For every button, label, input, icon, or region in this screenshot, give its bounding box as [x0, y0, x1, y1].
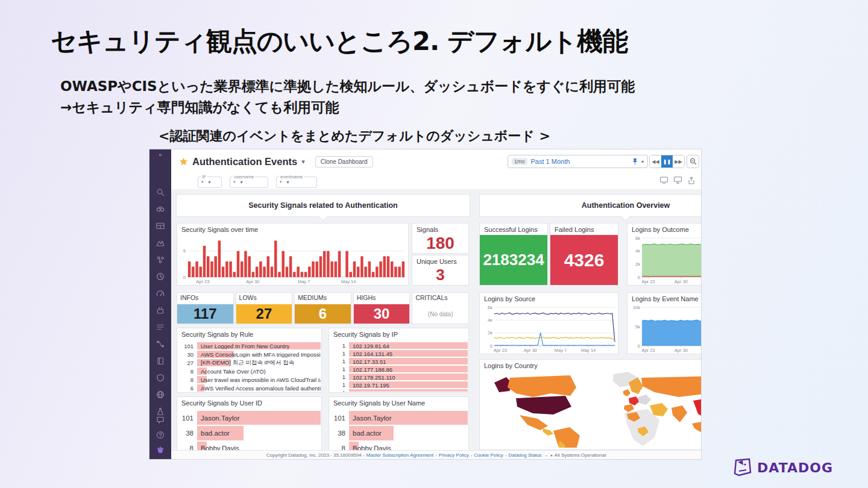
- footer-separator: -: [505, 452, 507, 458]
- security-icon[interactable]: [156, 374, 165, 382]
- svg-text:Apr 23: Apr 23: [494, 348, 507, 353]
- toplist-row[interactable]: 1102.218.11.134: [330, 389, 468, 392]
- variable-label: username: [233, 174, 255, 180]
- toplist-label: 102.218.11.134: [353, 389, 392, 392]
- svg-text:Apr 30: Apr 30: [675, 348, 688, 353]
- toplist-row[interactable]: 27[KR-DEMO] 최근 미접속 IP에서 접속: [178, 359, 321, 366]
- world-map: [480, 371, 701, 448]
- search-icon[interactable]: [156, 188, 165, 196]
- footer-link[interactable]: Privacy Policy: [439, 452, 469, 458]
- time-range-label: Past 1 Month: [531, 158, 629, 165]
- widget-title: Failed Logins: [550, 224, 618, 234]
- datadog-bits-icon[interactable]: [156, 446, 165, 454]
- footer-link[interactable]: Cookie Policy: [474, 452, 503, 458]
- labs-icon[interactable]: [156, 407, 165, 416]
- toplist-row[interactable]: 6AWS Verified Access anomalous failed au…: [178, 384, 321, 392]
- toplist-label: 102.19.71.195: [353, 381, 389, 388]
- widget-signals-count: Signals 180: [412, 223, 469, 254]
- severity-tile-LOWs: LOWs27: [236, 292, 293, 324]
- severity-label: MEDIUMs: [295, 293, 351, 304]
- toplist-label: AWS Verified Access anomalous failed aut…: [201, 385, 321, 392]
- toplist-label: bad.actor: [201, 430, 230, 437]
- zoom-out-button[interactable]: [687, 155, 699, 168]
- widget-failed-logins: Failed Logins 4326: [550, 223, 618, 286]
- watchdog-icon[interactable]: [156, 205, 165, 213]
- apm-icon[interactable]: [156, 289, 165, 298]
- footer-link[interactable]: Master Subscription Agreement: [366, 452, 434, 458]
- variable-label: eventname: [279, 174, 304, 180]
- chat-icon[interactable]: [156, 416, 165, 424]
- help-icon[interactable]: [156, 431, 165, 439]
- toplist-row[interactable]: 1102.164.131.45: [330, 350, 468, 357]
- dashboards-icon[interactable]: [156, 222, 165, 230]
- forward-button[interactable]: ▶▶: [673, 155, 684, 167]
- widget-title: Logins by Outcome: [627, 224, 701, 234]
- fullscreen-monitor-icon[interactable]: [674, 177, 682, 184]
- widget-signals-by-ip: Security Signals by IP 1102.129.81.64110…: [329, 328, 469, 393]
- datadog-brand-text: DATADOG: [757, 460, 833, 475]
- template-variable-IP[interactable]: IP*▾: [198, 177, 222, 188]
- template-variable-eventname[interactable]: eventname*▾: [276, 177, 317, 188]
- infrastructure-icon[interactable]: [156, 239, 165, 247]
- svg-text:0: 0: [638, 343, 640, 349]
- severity-value: 27: [236, 304, 292, 324]
- integrations-icon[interactable]: [156, 306, 165, 314]
- time-range-selector[interactable]: 1mo Past 1 Month ▾: [508, 155, 648, 168]
- time-range-caret-icon[interactable]: ▾: [641, 159, 644, 164]
- toplist-row[interactable]: 1102.178.251.110: [330, 374, 468, 380]
- chevron-down-icon[interactable]: ▾: [287, 180, 289, 185]
- dashboard-title-chevron-icon[interactable]: ▾: [301, 158, 305, 166]
- rewind-button[interactable]: ◀◀: [650, 155, 661, 167]
- toplist-row[interactable]: 101User Logged In From New Country: [178, 342, 321, 349]
- logs-icon[interactable]: [156, 323, 165, 331]
- share-icon[interactable]: [688, 177, 695, 184]
- toplist-row[interactable]: 30AWS ConsoleLogin with MFA triggered Im…: [178, 351, 321, 358]
- toplist-label: bad.actor: [353, 430, 382, 437]
- severity-label: CRITICALs: [412, 293, 468, 304]
- chevron-down-icon[interactable]: ▾: [241, 180, 243, 185]
- toplist-row[interactable]: 38bad.actor: [178, 426, 321, 440]
- chevron-down-icon[interactable]: ▾: [209, 180, 211, 185]
- toplist-label: AWS ConsoleLogin with MFA triggered Impo…: [201, 351, 321, 358]
- widget-title: Security Signals over time: [177, 224, 408, 234]
- toplist-row[interactable]: 1102.19.71.195: [330, 381, 468, 388]
- monitors-icon[interactable]: [156, 255, 165, 264]
- footer-link[interactable]: Datadog Status: [508, 452, 541, 458]
- notebooks-icon[interactable]: [156, 357, 165, 365]
- toplist-row[interactable]: 101Jason.Taylor: [330, 411, 468, 425]
- template-variable-username[interactable]: username*▾: [230, 177, 268, 188]
- toplist-row[interactable]: 8Bobby.Davis: [330, 442, 468, 450]
- svg-text:5k: 5k: [635, 324, 640, 330]
- toplist-count: 1: [330, 342, 349, 349]
- svg-text:6k: 6k: [488, 305, 492, 310]
- toplist-row[interactable]: 1102.177.188.86: [330, 366, 468, 372]
- toplist-row[interactable]: 8User travel was impossible in AWS Cloud…: [178, 376, 321, 383]
- toplist-count: 8: [178, 377, 197, 383]
- toplist-count: 27: [178, 360, 197, 366]
- toplist-row[interactable]: 1102.129.81.64: [330, 342, 468, 349]
- slide-body-line1: OWASPやCISといった業界標準に準拠した検知ルール、ダッシュボードをすぐに利…: [60, 76, 635, 97]
- pin-icon[interactable]: [632, 158, 638, 165]
- pause-button[interactable]: ❚❚: [661, 155, 673, 167]
- toplist-count: 8: [330, 445, 349, 450]
- toplist-row[interactable]: 101Jason.Taylor: [178, 411, 321, 425]
- widget-security-signals-over-time: Security Signals over time 05Apr 23Apr 3…: [177, 223, 409, 286]
- toplist-row[interactable]: 8Account Take Over (ATO): [178, 368, 321, 375]
- clone-dashboard-button[interactable]: Clone Dashboard: [315, 156, 373, 167]
- time-playback-controls: ◀◀ ❚❚ ▶▶: [649, 155, 685, 168]
- ci-pipelines-icon[interactable]: [156, 340, 165, 348]
- toplist-count: 38: [178, 430, 197, 437]
- dashboard-title: Authentication Events: [192, 156, 297, 167]
- svg-text:4k: 4k: [488, 318, 492, 323]
- widget-signals-by-user-name: Security Signals by User Name 101Jason.T…: [329, 396, 469, 450]
- toplist-row[interactable]: 38bad.actor: [330, 426, 468, 440]
- toplist-row[interactable]: 8Bobby.Davis: [178, 442, 321, 450]
- tv-mode-icon[interactable]: [660, 177, 668, 184]
- favorite-star-icon[interactable]: [179, 157, 188, 166]
- logins-by-outcome-chart: 02k4k6kApr 23Apr 30: [629, 235, 701, 284]
- widget-title: Security Signals by User Name: [329, 397, 468, 408]
- rum-icon[interactable]: [156, 390, 165, 399]
- toplist-row[interactable]: 1102.17.33.51: [330, 358, 468, 364]
- severity-label: INFOs: [177, 293, 233, 304]
- metrics-icon[interactable]: [156, 272, 165, 281]
